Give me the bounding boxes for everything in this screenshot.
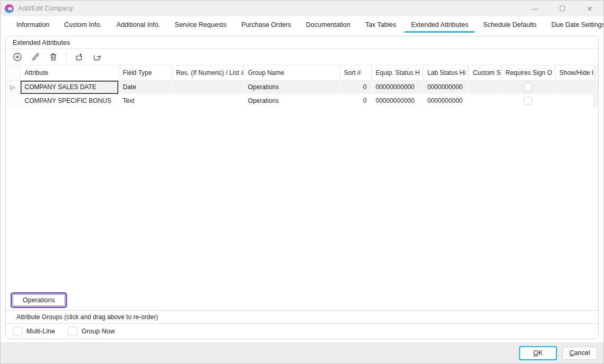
cell-equip-status[interactable]: 00000000000 (371, 94, 423, 108)
cancel-button[interactable]: Cancel (562, 347, 597, 360)
tab-purchase-orders[interactable]: Purchase Orders (234, 16, 298, 33)
row-indicator: ▷ (6, 80, 20, 94)
toolbar-separator (66, 53, 67, 61)
extended-attributes-panel: Extended Attributes (5, 36, 599, 339)
tab-due-date-settings[interactable]: Due Date Settings (544, 16, 604, 33)
group-now-label: Group Now (81, 328, 115, 335)
col-attribute[interactable]: Attribute (20, 65, 118, 80)
add-attribute-button[interactable] (12, 52, 23, 62)
cell-equip-status[interactable]: 00000000000 (371, 80, 423, 94)
attributes-grid: Attribute Field Type Res. (If Numeric) /… (6, 65, 598, 108)
delete-attribute-button[interactable] (48, 52, 59, 62)
multi-line-option[interactable]: Multi-Line (13, 327, 55, 336)
cell-custom-sc[interactable] (468, 80, 501, 94)
tab-bar: Information Custom Info. Additional Info… (1, 16, 603, 33)
attribute-group-chip-operations[interactable]: Operations (11, 292, 67, 308)
dialog-footer: OK Cancel (1, 342, 603, 363)
col-custom-sc[interactable]: Custom SC (468, 65, 501, 80)
export-button[interactable] (92, 52, 102, 62)
panel-title: Extended Attributes (6, 36, 598, 49)
cell-field-type[interactable]: Date (118, 80, 172, 94)
col-equip-status[interactable]: Equip. Status H (371, 65, 423, 80)
grid-header-row: Attribute Field Type Res. (If Numeric) /… (6, 65, 593, 80)
app-logo-icon (5, 4, 14, 13)
trash-icon (49, 52, 58, 62)
cell-res-list[interactable] (172, 94, 243, 108)
export-icon (92, 52, 102, 62)
cell-custom-sc[interactable] (468, 94, 501, 108)
attributes-toolbar (6, 49, 598, 65)
tab-custom-info[interactable]: Custom Info. (57, 16, 109, 33)
close-button[interactable]: ✕ (576, 1, 603, 16)
cell-group-name[interactable]: Operations (243, 94, 339, 108)
tab-tax-tables[interactable]: Tax Tables (358, 16, 404, 33)
cell-show-hide[interactable] (555, 94, 593, 108)
attribute-group-label: Operations (13, 294, 65, 306)
maximize-button[interactable]: ☐ (549, 1, 576, 16)
table-row[interactable]: ▷ COMPANY SALES DATE Date Operations 0 0… (6, 80, 593, 94)
cell-lab-status[interactable]: 0000000000 (423, 80, 468, 94)
cell-lab-status[interactable]: 0000000000 (423, 94, 468, 108)
requires-sign-off-checkbox[interactable] (524, 83, 532, 91)
cell-requires-sign-off (501, 80, 555, 94)
tab-extended-attributes[interactable]: Extended Attributes (403, 16, 475, 33)
title-bar: Add/Edit Company — ☐ ✕ (1, 1, 603, 16)
window-title: Add/Edit Company (18, 5, 521, 12)
multi-line-checkbox[interactable] (13, 327, 22, 336)
col-res-list[interactable]: Res. (If Numeric) / List # (172, 65, 243, 80)
cancel-button-label: Cancel (570, 349, 590, 357)
ok-button-label: OK (533, 349, 543, 357)
cell-sort[interactable]: 0 (339, 94, 371, 108)
table-row[interactable]: COMPANY SPECIFIC BONUS Text Operations 0… (6, 94, 593, 108)
col-row-selector (6, 65, 20, 80)
group-now-option[interactable]: Group Now (68, 327, 115, 336)
tab-documentation[interactable]: Documentation (299, 16, 358, 33)
cell-sort[interactable]: 0 (339, 80, 371, 94)
import-icon (74, 52, 84, 62)
cell-attribute[interactable]: COMPANY SPECIFIC BONUS (20, 94, 118, 108)
attribute-groups-row: Operations (6, 290, 598, 310)
multi-line-label: Multi-Line (26, 328, 55, 335)
col-field-type[interactable]: Field Type (118, 65, 172, 80)
tab-information[interactable]: Information (9, 16, 57, 33)
col-requires-sign-off[interactable]: Requires Sign O (501, 65, 555, 80)
ok-button[interactable]: OK (519, 346, 557, 360)
col-sort[interactable]: Sort # (339, 65, 371, 80)
grid-empty-area (6, 108, 598, 290)
cell-field-type[interactable]: Text (118, 94, 172, 108)
tab-service-requests[interactable]: Service Requests (167, 16, 234, 33)
cell-res-list[interactable] (172, 80, 243, 94)
edit-attribute-button[interactable] (30, 52, 41, 62)
tab-schedule-defaults[interactable]: Schedule Defaults (476, 16, 544, 33)
cell-show-hide[interactable] (555, 80, 593, 94)
cell-group-name[interactable]: Operations (243, 80, 339, 94)
edit-wand-icon (31, 52, 40, 62)
minimize-button[interactable]: — (521, 1, 549, 16)
col-lab-status[interactable]: Lab Status Hi (423, 65, 468, 80)
cell-attribute[interactable]: COMPANY SALES DATE (20, 80, 118, 94)
tab-additional-info[interactable]: Additional Info. (109, 16, 167, 33)
row-indicator (6, 94, 20, 108)
import-button[interactable] (74, 52, 84, 62)
group-now-checkbox[interactable] (68, 327, 77, 336)
vertical-scrollbar[interactable] (593, 65, 599, 108)
attribute-groups-hint: Attribute Groups (click and drag above t… (6, 310, 598, 324)
options-row: Multi-Line Group Now (6, 324, 598, 339)
col-show-hide[interactable]: Show/Hide By (555, 65, 593, 80)
add-icon (13, 52, 22, 62)
requires-sign-off-checkbox[interactable] (524, 97, 532, 105)
cell-requires-sign-off (501, 94, 555, 108)
col-group-name[interactable]: Group Name (243, 65, 339, 80)
